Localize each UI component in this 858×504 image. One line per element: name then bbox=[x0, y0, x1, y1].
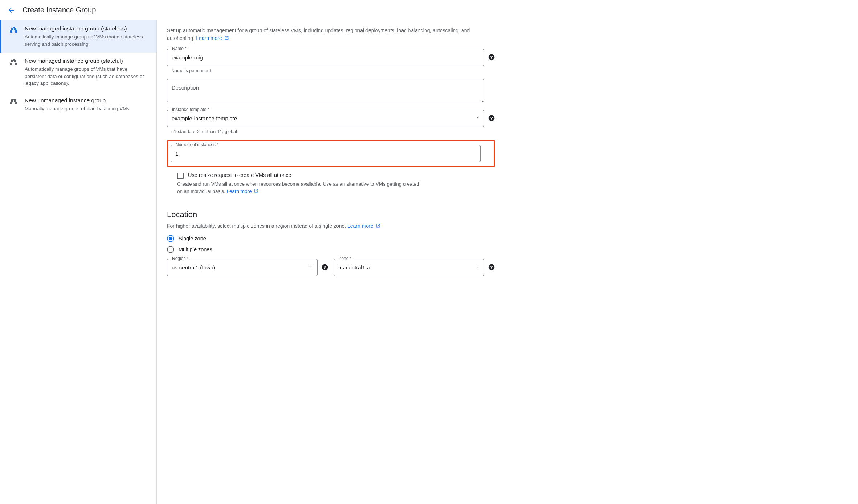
help-icon[interactable]: ? bbox=[488, 115, 495, 122]
instance-group-icon bbox=[9, 26, 18, 47]
svg-rect-2 bbox=[10, 30, 12, 33]
svg-rect-12 bbox=[10, 102, 12, 104]
svg-rect-9 bbox=[13, 59, 15, 61]
instance-template-select[interactable]: example-instance-template bbox=[167, 110, 484, 127]
resize-checkbox[interactable] bbox=[177, 173, 184, 179]
svg-rect-7 bbox=[10, 63, 12, 65]
num-instances-highlight: Number of instances * bbox=[167, 140, 495, 167]
zone-label: Zone * bbox=[337, 256, 353, 261]
svg-rect-4 bbox=[13, 27, 15, 28]
location-desc: For higher availability, select multiple… bbox=[167, 223, 495, 229]
sidebar-item-title: New managed instance group (stateless) bbox=[25, 25, 150, 32]
external-link-icon bbox=[376, 223, 380, 229]
radio-label: Single zone bbox=[179, 236, 206, 241]
svg-rect-8 bbox=[15, 63, 17, 65]
sidebar-item-desc: Automatically manage groups of VMs that … bbox=[25, 66, 150, 87]
sidebar: New managed instance group (stateless) A… bbox=[0, 20, 157, 504]
sidebar-item-title: New unmanaged instance group bbox=[25, 97, 150, 104]
radio-multiple-zones[interactable]: Multiple zones bbox=[167, 246, 495, 253]
template-value: example-instance-template bbox=[172, 115, 237, 121]
svg-text:?: ? bbox=[490, 116, 493, 120]
name-label: Name * bbox=[171, 46, 188, 51]
template-hint: n1-standard-2, debian-11, global bbox=[171, 129, 495, 134]
svg-text:?: ? bbox=[490, 55, 493, 59]
external-link-icon bbox=[224, 35, 229, 42]
svg-rect-13 bbox=[15, 102, 17, 104]
template-label: Instance template * bbox=[171, 107, 211, 112]
resize-desc: Create and run VMs all at once when reso… bbox=[177, 181, 424, 195]
region-label: Region * bbox=[171, 256, 190, 261]
page-header: Create Instance Group bbox=[0, 0, 858, 20]
sidebar-item-desc: Automatically manage groups of VMs that … bbox=[25, 33, 150, 47]
main-form: Set up automatic management for a group … bbox=[157, 20, 505, 504]
intro-text: Set up automatic management for a group … bbox=[167, 27, 495, 42]
learn-more-link[interactable]: Learn more bbox=[227, 189, 259, 194]
sidebar-item-stateless[interactable]: New managed instance group (stateless) A… bbox=[0, 20, 156, 53]
back-arrow-icon[interactable] bbox=[7, 6, 15, 14]
help-icon[interactable]: ? bbox=[488, 264, 495, 271]
name-hint: Name is permanent bbox=[171, 68, 495, 73]
zone-value: us-central1-a bbox=[338, 264, 370, 270]
region-select[interactable]: us-central1 (Iowa) bbox=[167, 259, 318, 276]
learn-more-link[interactable]: Learn more bbox=[347, 223, 380, 229]
svg-rect-3 bbox=[15, 30, 17, 33]
num-instances-label: Number of instances * bbox=[174, 142, 220, 147]
radio-icon bbox=[167, 235, 174, 242]
location-title: Location bbox=[167, 210, 495, 219]
resize-label: Use resize request to create VMs all at … bbox=[188, 172, 291, 178]
radio-label: Multiple zones bbox=[179, 247, 212, 252]
page-title: Create Instance Group bbox=[23, 6, 96, 14]
svg-text:?: ? bbox=[323, 265, 326, 270]
num-instances-input[interactable] bbox=[171, 145, 481, 162]
sidebar-item-stateful[interactable]: New managed instance group (stateful) Au… bbox=[0, 53, 156, 92]
sidebar-item-unmanaged[interactable]: New unmanaged instance group Manually ma… bbox=[0, 92, 156, 117]
sidebar-item-desc: Manually manage groups of load balancing… bbox=[25, 105, 150, 112]
svg-text:?: ? bbox=[490, 265, 493, 270]
zone-select[interactable]: us-central1-a bbox=[334, 259, 484, 276]
instance-group-icon bbox=[9, 58, 18, 87]
description-textarea[interactable] bbox=[167, 79, 484, 102]
help-icon[interactable]: ? bbox=[488, 54, 495, 61]
instance-group-icon bbox=[9, 98, 18, 112]
svg-rect-14 bbox=[13, 99, 15, 100]
external-link-icon bbox=[254, 188, 258, 195]
radio-single-zone[interactable]: Single zone bbox=[167, 235, 495, 242]
radio-icon bbox=[167, 246, 174, 253]
learn-more-link[interactable]: Learn more bbox=[196, 35, 229, 41]
sidebar-item-title: New managed instance group (stateful) bbox=[25, 58, 150, 64]
help-icon[interactable]: ? bbox=[321, 264, 328, 271]
name-input[interactable] bbox=[167, 49, 484, 66]
region-value: us-central1 (Iowa) bbox=[172, 264, 215, 270]
